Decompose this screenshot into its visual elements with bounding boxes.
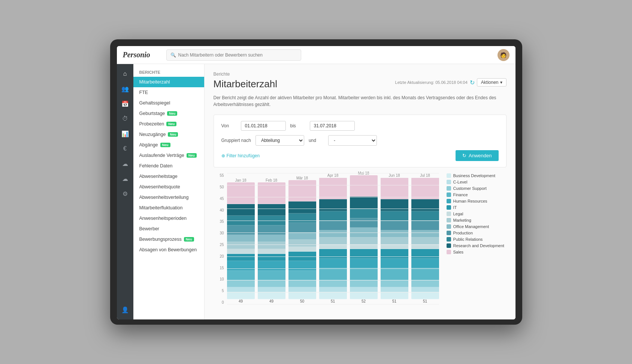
legend-color xyxy=(447,231,451,235)
x-label: Jan 18 xyxy=(235,178,246,182)
nav-home-icon[interactable]: ⌂ xyxy=(119,68,131,80)
bar-segment xyxy=(227,242,255,249)
sidebar-item[interactable]: AbgängeNeu xyxy=(133,140,204,150)
apply-button[interactable]: ↻ Anwenden xyxy=(456,150,498,161)
legend-label: Sales xyxy=(453,250,464,254)
new-badge: Neu xyxy=(187,153,197,158)
bar-stack xyxy=(381,178,408,299)
sidebar-item[interactable]: Fehlende Daten xyxy=(133,161,204,171)
nav-download-icon[interactable]: ☁ xyxy=(119,173,131,185)
y-label: 20 xyxy=(214,254,226,258)
bar-segment xyxy=(319,230,347,237)
nav-settings-icon[interactable]: ⚙ xyxy=(119,188,131,200)
bar-segment xyxy=(288,292,316,299)
avatar[interactable]: 🧑 xyxy=(498,49,509,61)
bar-segment xyxy=(411,178,439,199)
bar-segment xyxy=(288,213,316,223)
bar-segment xyxy=(381,249,408,258)
legend-label: Customer Support xyxy=(453,186,487,191)
bar-segment xyxy=(288,261,316,270)
aktionen-button[interactable]: Aktionen ▾ xyxy=(477,78,506,87)
bar-segment xyxy=(350,249,378,258)
sidebar-item[interactable]: Mitarbeiterzahl xyxy=(133,77,204,87)
search-bar[interactable]: 🔍 xyxy=(166,49,301,61)
main-content: Berichte Mitarbeiterzahl Letzte Aktualis… xyxy=(205,64,515,319)
bar-group: 49Jan 18 xyxy=(227,177,255,304)
bar-stack xyxy=(258,182,285,299)
nav-clock-icon[interactable]: ⏱ xyxy=(119,113,131,125)
bar-segment xyxy=(258,235,285,242)
legend-label: Business Development xyxy=(453,173,496,178)
sidebar-item[interactable]: BewerbungsprozessNeu xyxy=(133,234,204,245)
bar-segment xyxy=(258,204,285,216)
y-label: 35 xyxy=(214,219,226,224)
new-badge: Neu xyxy=(184,237,194,242)
y-label: 10 xyxy=(214,277,226,281)
nav-euro-icon[interactable]: € xyxy=(119,143,131,155)
y-label: 5 xyxy=(214,289,226,293)
y-axis: 0510152025303540455055 xyxy=(214,173,226,304)
von-label: Von xyxy=(221,123,236,128)
sidebar-item[interactable]: Bewerber xyxy=(133,224,204,234)
legend-color xyxy=(447,218,451,222)
bar-segment xyxy=(411,287,439,292)
sidebar-item[interactable]: Abwesenheitsverteilung xyxy=(133,192,204,203)
bar-total-label: 52 xyxy=(362,299,366,303)
filter-add-link[interactable]: ⊕ Filter hinzufügen xyxy=(221,153,260,158)
sidebar-item[interactable]: Auslaufende VerträgeNeu xyxy=(133,150,204,161)
sidebar-item[interactable]: Absagen von Bewerbungen xyxy=(133,245,204,255)
bar-segment xyxy=(381,268,408,280)
nav-upload-icon[interactable]: ☁ xyxy=(119,158,131,170)
last-update-text: Letzte Aktualisierung: 05.06.2018 04:04 xyxy=(395,80,468,85)
bar-segment xyxy=(350,237,378,245)
bar-total-label: 49 xyxy=(239,299,243,303)
sidebar-item[interactable]: Abwesenheitsquote xyxy=(133,182,204,192)
nav-person-icon[interactable]: 👤 xyxy=(119,304,131,316)
bar-segment xyxy=(319,178,347,199)
sidebar-item[interactable]: FTE xyxy=(133,87,204,98)
bar-segment xyxy=(227,254,255,261)
bar-segment xyxy=(227,261,255,270)
nav-people-icon[interactable]: 👥 xyxy=(119,83,131,95)
bar-group: 51Apr 18 xyxy=(319,172,347,304)
legend-item: Public Relations xyxy=(447,237,506,242)
bar-segment xyxy=(411,249,439,258)
sidebar-item[interactable]: Mitarbeiterfluktuation xyxy=(133,203,204,213)
refresh-icon[interactable]: ↻ xyxy=(470,79,475,86)
bar-segment xyxy=(288,201,316,213)
sidebar-item[interactable]: Abwesenheitstage xyxy=(133,171,204,182)
bar-stack xyxy=(350,175,378,299)
bar-segment xyxy=(258,216,285,225)
menu-section-title: Berichte xyxy=(133,68,204,77)
bar-total-label: 51 xyxy=(423,299,427,303)
bar-segment xyxy=(319,268,347,280)
sidebar-item[interactable]: GeburtstageNeu xyxy=(133,108,204,119)
legend-label: IT xyxy=(453,205,457,210)
bar-group: 51Jun 18 xyxy=(381,172,408,304)
bar-segment xyxy=(258,261,285,270)
nav-calendar-icon[interactable]: 📅 xyxy=(119,98,131,110)
und-select[interactable]: - xyxy=(328,135,377,146)
bar-total-label: 51 xyxy=(331,299,335,303)
bis-input[interactable] xyxy=(310,121,355,131)
legend-color xyxy=(447,180,451,184)
search-input[interactable] xyxy=(178,52,297,58)
bar-segment xyxy=(227,182,255,204)
bar-segment xyxy=(381,280,408,287)
bar-group: 51Jul 18 xyxy=(411,172,439,304)
sidebar-item[interactable]: Anwesenheitsperioden xyxy=(133,213,204,224)
bar-segment xyxy=(381,287,408,292)
gruppiert-select[interactable]: Abteilung xyxy=(255,135,304,146)
bar-segment xyxy=(227,249,255,254)
sidebar-item[interactable]: Gehaltsspiegel xyxy=(133,98,204,108)
icon-sidebar: ⌂ 👥 📅 ⏱ 📊 € ☁ ☁ ⚙ 👤 xyxy=(117,64,133,319)
sidebar-item[interactable]: ProbezeitenNeu xyxy=(133,119,204,129)
sidebar-item[interactable]: NeuzugängeNeu xyxy=(133,129,204,140)
nav-chart-icon[interactable]: 📊 xyxy=(119,128,131,140)
bar-segment xyxy=(411,292,439,299)
y-label: 40 xyxy=(214,208,226,212)
bar-segment xyxy=(227,271,255,280)
legend-color xyxy=(447,243,451,248)
legend-item: Human Resources xyxy=(447,199,506,203)
von-input[interactable] xyxy=(241,121,286,131)
